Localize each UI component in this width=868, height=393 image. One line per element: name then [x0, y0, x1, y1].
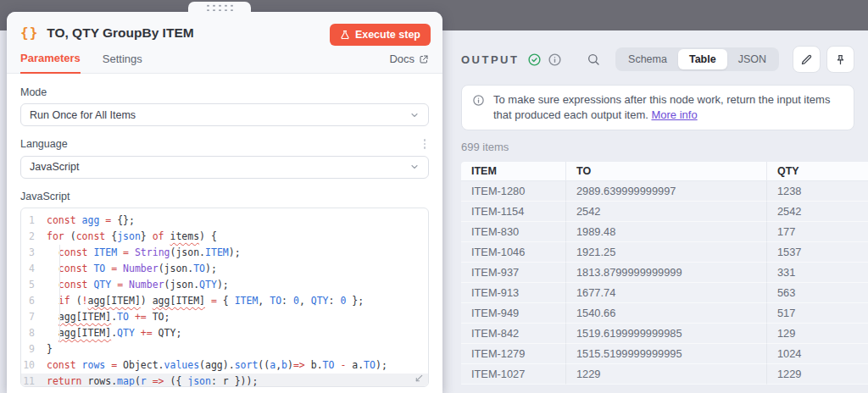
- output-title: OUTPUT: [461, 53, 519, 66]
- cell-qty: 129: [767, 324, 868, 344]
- code-field-label: JavaScript: [20, 191, 429, 202]
- output-header: OUTPUT SchemaTableJSON: [442, 30, 868, 73]
- cell-qty: 517: [767, 303, 868, 324]
- line-number: 1: [21, 213, 47, 229]
- code-text: const rows = Object.values(agg).sort((a,…: [47, 357, 387, 374]
- cell-item: ITEM-830: [461, 222, 566, 242]
- table-header-row: ITEMTOQTY: [461, 162, 868, 181]
- code-text: if (!agg[ITEM]) agg[ITEM] = { ITEM, TO: …: [47, 293, 364, 309]
- table-body: ITEM-12802989.6399999999971238ITEM-11542…: [461, 181, 868, 385]
- docs-label: Docs: [389, 53, 415, 65]
- column-header-qty[interactable]: QTY: [767, 162, 868, 181]
- line-number: 3: [21, 245, 47, 261]
- table-row: ITEM-8301989.48177: [461, 222, 868, 242]
- code-line-9[interactable]: 9}: [21, 341, 428, 357]
- code-text: for (const {json} of items) {: [47, 229, 217, 245]
- code-text: agg[ITEM].TO += TO;: [47, 309, 170, 325]
- view-tab-schema[interactable]: Schema: [617, 49, 678, 69]
- cell-to: 1813.8799999999999: [566, 263, 767, 283]
- code-line-10[interactable]: 10const rows = Object.values(agg).sort((…: [21, 357, 428, 374]
- cell-qty: 1024: [767, 344, 868, 364]
- line-number: 8: [21, 325, 47, 341]
- code-text: const TO = Number(json.TO);: [47, 261, 217, 277]
- code-line-11[interactable]: 11return rows.map(r => ({ json: r }));: [21, 374, 428, 387]
- line-number: 4: [21, 261, 47, 277]
- code-line-5[interactable]: 5 const QTY = Number(json.QTY);: [21, 277, 428, 293]
- pin-output-button[interactable]: [826, 46, 854, 73]
- cell-item: ITEM-937: [461, 263, 566, 283]
- table-row: ITEM-12802989.6399999999971238: [461, 181, 868, 202]
- code-line-4[interactable]: 4 const TO = Number(json.TO);: [21, 261, 428, 277]
- table-row: ITEM-12791515.51999999999951024: [461, 344, 868, 364]
- flask-icon: [340, 30, 350, 40]
- notice-text: To make sure expressions after this node…: [493, 92, 843, 123]
- cell-to: 1515.5199999999995: [566, 344, 767, 364]
- view-tab-table[interactable]: Table: [678, 49, 727, 69]
- table-row: ITEM-9371813.8799999999999331: [461, 263, 868, 283]
- line-number: 11: [21, 374, 47, 387]
- code-line-2[interactable]: 2for (const {json} of items) {: [21, 229, 428, 245]
- options-kebab-icon[interactable]: [420, 137, 430, 151]
- language-value: JavaScript: [30, 161, 79, 173]
- code-text: agg[ITEM].QTY += QTY;: [47, 325, 181, 341]
- drag-handle[interactable]: [188, 2, 251, 13]
- tab-settings[interactable]: Settings: [103, 53, 142, 73]
- output-table-wrap: ITEMTOQTY ITEM-12802989.6399999999971238…: [461, 162, 868, 385]
- info-icon[interactable]: [548, 53, 562, 67]
- view-switcher: SchemaTableJSON: [615, 47, 779, 71]
- line-number: 5: [21, 277, 47, 293]
- code-text: const agg = {};: [47, 213, 135, 229]
- line-number: 2: [21, 229, 47, 245]
- output-table: ITEMTOQTY ITEM-12802989.6399999999971238…: [461, 162, 868, 385]
- code-line-8[interactable]: 8 agg[ITEM].QTY += QTY;: [21, 325, 428, 341]
- view-tab-json[interactable]: JSON: [727, 49, 777, 69]
- code-line-1[interactable]: 1const agg = {};: [21, 213, 428, 229]
- cell-qty: 331: [767, 263, 868, 283]
- cell-to: 1540.66: [566, 303, 767, 324]
- code-line-6[interactable]: 6 if (!agg[ITEM]) agg[ITEM] = { ITEM, TO…: [21, 293, 428, 309]
- tab-parameters[interactable]: Parameters: [20, 52, 81, 74]
- chevron-down-icon: [409, 110, 420, 120]
- expand-editor-icon[interactable]: [415, 374, 424, 383]
- edit-output-button[interactable]: [793, 46, 821, 73]
- code-line-3[interactable]: 3 const ITEM = String(json.ITEM);: [21, 245, 428, 261]
- table-row: ITEM-10461921.251537: [461, 242, 868, 263]
- cell-item: ITEM-842: [461, 324, 566, 344]
- execute-step-label: Execute step: [355, 29, 420, 41]
- notice-info-icon: [472, 94, 485, 123]
- cell-item: ITEM-1027: [461, 364, 566, 385]
- more-info-link[interactable]: More info: [651, 108, 697, 121]
- search-icon[interactable]: [587, 53, 600, 66]
- cell-to: 1677.74: [566, 283, 767, 303]
- docs-link[interactable]: Docs: [389, 53, 429, 73]
- code-line-7[interactable]: 7 agg[ITEM].TO += TO;: [21, 309, 428, 325]
- table-row: ITEM-9131677.74563: [461, 283, 868, 303]
- drag-dots-icon: [205, 3, 234, 11]
- execute-step-button[interactable]: Execute step: [330, 24, 431, 46]
- table-row: ITEM-115425422542: [461, 202, 868, 222]
- language-select[interactable]: JavaScript: [20, 156, 429, 179]
- code-editor[interactable]: 1const agg = {};2for (const {json} of it…: [20, 208, 429, 387]
- column-header-item[interactable]: ITEM: [461, 162, 566, 181]
- cell-qty: 1238: [767, 181, 868, 202]
- cell-to: 1921.25: [566, 242, 767, 263]
- column-header-to[interactable]: TO: [566, 162, 767, 181]
- line-number: 7: [21, 309, 47, 325]
- cell-to: 2542: [566, 202, 767, 222]
- indent-guide: [59, 245, 60, 342]
- code-node-icon: {}: [20, 25, 38, 41]
- table-row: ITEM-102712291229: [461, 364, 868, 385]
- cell-item: ITEM-913: [461, 283, 566, 303]
- cell-qty: 177: [767, 222, 868, 242]
- mode-select[interactable]: Run Once for All Items: [20, 103, 429, 126]
- output-panel: OUTPUT SchemaTableJSON To make sure expr…: [442, 30, 868, 393]
- canvas-left-strip: [0, 30, 7, 393]
- external-link-icon: [419, 54, 429, 64]
- line-number: 6: [21, 293, 47, 309]
- cell-item: ITEM-1280: [461, 181, 566, 202]
- node-title[interactable]: TO, QTY GroupBy ITEM: [47, 25, 193, 41]
- code-text: const ITEM = String(json.ITEM);: [47, 245, 241, 261]
- line-number: 9: [21, 341, 47, 357]
- language-label: Language: [20, 138, 68, 150]
- code-text: return rows.map(r => ({ json: r }));: [47, 374, 258, 387]
